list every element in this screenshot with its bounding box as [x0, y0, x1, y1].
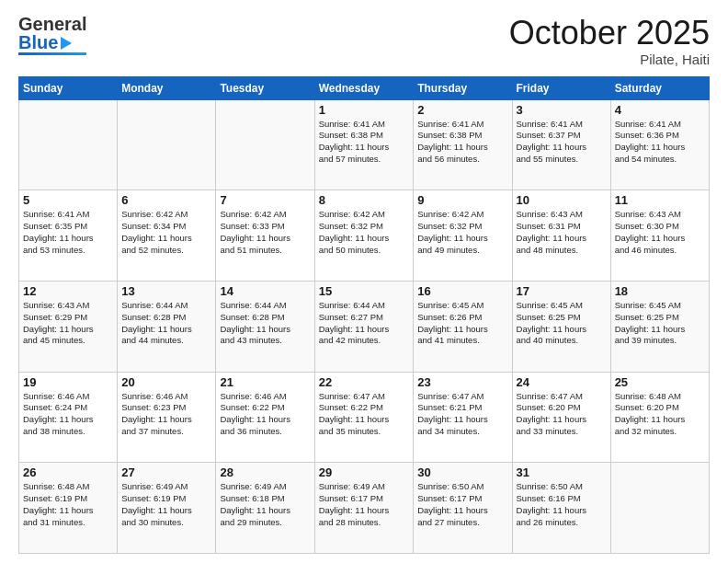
day-info: Sunrise: 6:45 AM Sunset: 6:26 PM Dayligh…: [417, 300, 507, 347]
day-number: 1: [319, 103, 410, 117]
day-number: 16: [417, 284, 507, 298]
calendar-cell: [19, 99, 118, 190]
day-number: 5: [23, 193, 113, 207]
calendar-cell: 27Sunrise: 6:49 AM Sunset: 6:19 PM Dayli…: [118, 463, 216, 554]
day-number: 11: [615, 193, 705, 207]
calendar-cell: 7Sunrise: 6:42 AM Sunset: 6:33 PM Daylig…: [216, 190, 314, 282]
calendar-header-row: SundayMondayTuesdayWednesdayThursdayFrid…: [19, 76, 710, 99]
day-number: 4: [615, 103, 705, 117]
calendar-cell: 2Sunrise: 6:41 AM Sunset: 6:38 PM Daylig…: [414, 99, 512, 190]
calendar-cell: 24Sunrise: 6:47 AM Sunset: 6:20 PM Dayli…: [512, 372, 610, 463]
day-info: Sunrise: 6:41 AM Sunset: 6:36 PM Dayligh…: [615, 119, 705, 166]
calendar-cell: 4Sunrise: 6:41 AM Sunset: 6:36 PM Daylig…: [610, 99, 709, 190]
day-number: 19: [23, 375, 113, 389]
day-number: 20: [121, 375, 211, 389]
day-info: Sunrise: 6:48 AM Sunset: 6:20 PM Dayligh…: [615, 391, 705, 438]
calendar-cell: 31Sunrise: 6:50 AM Sunset: 6:16 PM Dayli…: [512, 463, 610, 554]
calendar-cell: 21Sunrise: 6:46 AM Sunset: 6:22 PM Dayli…: [216, 372, 314, 463]
calendar-cell: 18Sunrise: 6:45 AM Sunset: 6:25 PM Dayli…: [610, 281, 709, 372]
calendar-cell: 14Sunrise: 6:44 AM Sunset: 6:28 PM Dayli…: [216, 281, 314, 372]
day-number: 18: [615, 284, 705, 298]
day-number: 12: [23, 284, 113, 298]
day-info: Sunrise: 6:50 AM Sunset: 6:17 PM Dayligh…: [417, 481, 507, 528]
calendar-cell: 25Sunrise: 6:48 AM Sunset: 6:20 PM Dayli…: [610, 372, 709, 463]
logo-blue-text: Blue: [18, 33, 86, 52]
day-info: Sunrise: 6:44 AM Sunset: 6:27 PM Dayligh…: [319, 300, 410, 347]
logo-general-text: General: [18, 15, 86, 33]
day-number: 3: [517, 103, 607, 117]
day-info: Sunrise: 6:46 AM Sunset: 6:22 PM Dayligh…: [220, 391, 310, 438]
calendar-cell: 8Sunrise: 6:42 AM Sunset: 6:32 PM Daylig…: [314, 190, 414, 282]
calendar-cell: 3Sunrise: 6:41 AM Sunset: 6:37 PM Daylig…: [512, 99, 610, 190]
calendar-cell: 19Sunrise: 6:46 AM Sunset: 6:24 PM Dayli…: [19, 372, 118, 463]
calendar-cell: 29Sunrise: 6:49 AM Sunset: 6:17 PM Dayli…: [314, 463, 414, 554]
day-info: Sunrise: 6:46 AM Sunset: 6:23 PM Dayligh…: [121, 391, 211, 438]
day-info: Sunrise: 6:49 AM Sunset: 6:18 PM Dayligh…: [220, 481, 310, 528]
day-number: 6: [121, 193, 211, 207]
day-info: Sunrise: 6:46 AM Sunset: 6:24 PM Dayligh…: [23, 391, 113, 438]
calendar-header-tuesday: Tuesday: [216, 76, 314, 99]
calendar-cell: 20Sunrise: 6:46 AM Sunset: 6:23 PM Dayli…: [118, 372, 216, 463]
calendar-table: SundayMondayTuesdayWednesdayThursdayFrid…: [18, 76, 710, 554]
calendar-cell: 13Sunrise: 6:44 AM Sunset: 6:28 PM Dayli…: [118, 281, 216, 372]
calendar-header-monday: Monday: [118, 76, 216, 99]
calendar-cell: 5Sunrise: 6:41 AM Sunset: 6:35 PM Daylig…: [19, 190, 118, 282]
calendar-header-wednesday: Wednesday: [314, 76, 414, 99]
calendar-cell: 16Sunrise: 6:45 AM Sunset: 6:26 PM Dayli…: [414, 281, 512, 372]
day-info: Sunrise: 6:47 AM Sunset: 6:21 PM Dayligh…: [417, 391, 507, 438]
calendar-header-thursday: Thursday: [414, 76, 512, 99]
day-info: Sunrise: 6:49 AM Sunset: 6:19 PM Dayligh…: [121, 481, 211, 528]
day-info: Sunrise: 6:41 AM Sunset: 6:38 PM Dayligh…: [319, 119, 410, 166]
day-number: 27: [121, 465, 211, 479]
calendar-cell: 1Sunrise: 6:41 AM Sunset: 6:38 PM Daylig…: [314, 99, 414, 190]
day-info: Sunrise: 6:50 AM Sunset: 6:16 PM Dayligh…: [517, 481, 607, 528]
day-info: Sunrise: 6:45 AM Sunset: 6:25 PM Dayligh…: [615, 300, 705, 347]
day-info: Sunrise: 6:42 AM Sunset: 6:32 PM Dayligh…: [417, 209, 507, 256]
day-number: 23: [417, 375, 507, 389]
day-number: 30: [417, 465, 507, 479]
calendar-header-sunday: Sunday: [19, 76, 118, 99]
calendar-header-friday: Friday: [512, 76, 610, 99]
calendar-cell: [118, 99, 216, 190]
day-info: Sunrise: 6:47 AM Sunset: 6:22 PM Dayligh…: [319, 391, 410, 438]
calendar-cell: [216, 99, 314, 190]
day-number: 24: [517, 375, 607, 389]
calendar-cell: [610, 463, 709, 554]
day-number: 26: [23, 465, 113, 479]
day-info: Sunrise: 6:42 AM Sunset: 6:34 PM Dayligh…: [121, 209, 211, 256]
calendar-week-row: 5Sunrise: 6:41 AM Sunset: 6:35 PM Daylig…: [19, 190, 710, 282]
calendar-cell: 28Sunrise: 6:49 AM Sunset: 6:18 PM Dayli…: [216, 463, 314, 554]
day-info: Sunrise: 6:43 AM Sunset: 6:30 PM Dayligh…: [615, 209, 705, 256]
day-info: Sunrise: 6:41 AM Sunset: 6:37 PM Dayligh…: [517, 119, 607, 166]
calendar-week-row: 26Sunrise: 6:48 AM Sunset: 6:19 PM Dayli…: [19, 463, 710, 554]
day-number: 9: [417, 193, 507, 207]
location: Pilate, Haiti: [509, 52, 710, 67]
calendar-week-row: 12Sunrise: 6:43 AM Sunset: 6:29 PM Dayli…: [19, 281, 710, 372]
month-title: October 2025: [509, 15, 710, 52]
logo-words: General Blue: [18, 15, 86, 55]
calendar-cell: 11Sunrise: 6:43 AM Sunset: 6:30 PM Dayli…: [610, 190, 709, 282]
day-info: Sunrise: 6:42 AM Sunset: 6:33 PM Dayligh…: [220, 209, 310, 256]
calendar-cell: 17Sunrise: 6:45 AM Sunset: 6:25 PM Dayli…: [512, 281, 610, 372]
day-info: Sunrise: 6:41 AM Sunset: 6:38 PM Dayligh…: [417, 119, 507, 166]
day-number: 21: [220, 375, 310, 389]
day-number: 8: [319, 193, 410, 207]
day-number: 31: [517, 465, 607, 479]
calendar-cell: 6Sunrise: 6:42 AM Sunset: 6:34 PM Daylig…: [118, 190, 216, 282]
day-number: 29: [319, 465, 410, 479]
day-info: Sunrise: 6:43 AM Sunset: 6:31 PM Dayligh…: [517, 209, 607, 256]
day-info: Sunrise: 6:47 AM Sunset: 6:20 PM Dayligh…: [517, 391, 607, 438]
day-number: 10: [517, 193, 607, 207]
logo: General Blue: [18, 15, 86, 55]
day-info: Sunrise: 6:42 AM Sunset: 6:32 PM Dayligh…: [319, 209, 410, 256]
day-number: 28: [220, 465, 310, 479]
calendar-cell: 26Sunrise: 6:48 AM Sunset: 6:19 PM Dayli…: [19, 463, 118, 554]
day-number: 13: [121, 284, 211, 298]
day-info: Sunrise: 6:45 AM Sunset: 6:25 PM Dayligh…: [517, 300, 607, 347]
calendar-cell: 30Sunrise: 6:50 AM Sunset: 6:17 PM Dayli…: [414, 463, 512, 554]
calendar-week-row: 1Sunrise: 6:41 AM Sunset: 6:38 PM Daylig…: [19, 99, 710, 190]
page: General Blue October 2025 Pilate, Haiti …: [0, 0, 728, 563]
day-info: Sunrise: 6:43 AM Sunset: 6:29 PM Dayligh…: [23, 300, 113, 347]
logo-underline: [18, 52, 86, 55]
calendar-cell: 10Sunrise: 6:43 AM Sunset: 6:31 PM Dayli…: [512, 190, 610, 282]
